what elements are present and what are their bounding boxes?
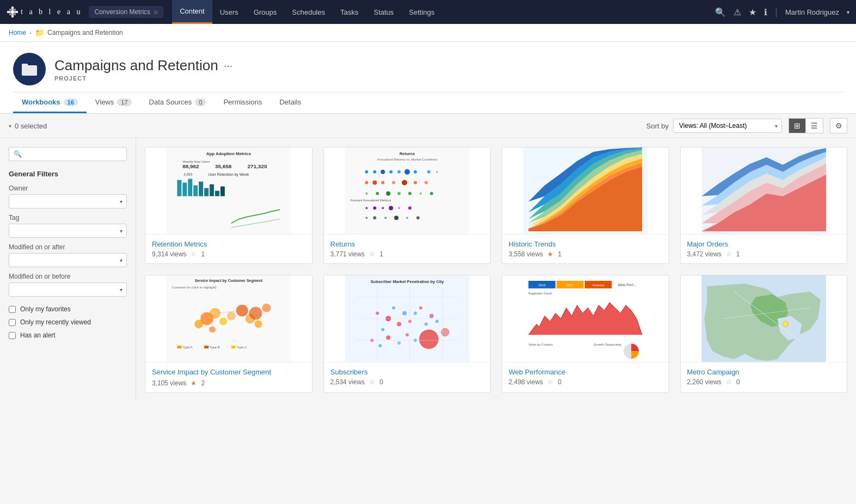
svg-point-113	[424, 322, 427, 325]
nav-content[interactable]: Content	[172, 0, 212, 24]
card-title: Service Impact by Customer Segment	[152, 368, 305, 377]
owner-select[interactable]	[9, 194, 127, 208]
modified-after-select[interactable]	[9, 253, 127, 267]
nav-tasks[interactable]: Tasks	[333, 0, 366, 24]
grid-view-button[interactable]: ⊞	[788, 118, 806, 133]
card-meta: 3,771 views ☆ 1	[331, 250, 484, 258]
tab-details[interactable]: Details	[271, 93, 310, 113]
card-thumbnail	[681, 147, 847, 235]
star-icon[interactable]: ☆	[191, 250, 197, 258]
star-icon[interactable]: ☆	[369, 250, 375, 258]
card-views: 3,105 views	[152, 379, 186, 387]
nav-users[interactable]: Users	[212, 0, 246, 24]
card-thumbnail: Returns Annualized Returns vs. Market Co…	[324, 147, 491, 235]
card-meta: 3,472 views ☆ 1	[687, 250, 841, 258]
star-count: 1	[558, 250, 561, 258]
star-icon[interactable]: ☆	[726, 378, 732, 386]
card-web-performance[interactable]: 2016 2017 America Web Perf... Pageview T…	[502, 275, 669, 393]
card-info: Returns 3,771 views ☆ 1	[324, 235, 491, 263]
tab-data-sources[interactable]: Data Sources 0	[140, 93, 215, 113]
card-returns[interactable]: Returns Annualized Returns vs. Market Co…	[323, 147, 491, 264]
card-retention-metrics[interactable]: App Adoption Metrics Weekly New Users 88…	[145, 147, 313, 264]
card-info: Web Performance 2,498 views ☆ 0	[502, 362, 669, 391]
project-title: Campaigns and Retention ···	[54, 57, 233, 74]
svg-point-48	[430, 192, 433, 195]
tag-select[interactable]	[9, 224, 127, 238]
svg-point-53	[388, 206, 393, 210]
star-icon-filled[interactable]: ★	[191, 379, 197, 387]
star-count: 1	[380, 250, 383, 258]
checkbox-favorites[interactable]: Only my favorites	[9, 305, 127, 313]
tableau-logo[interactable]: t a b l e a u	[7, 6, 82, 18]
svg-point-42	[365, 192, 368, 194]
checkbox-has-alert[interactable]: Has an alert	[9, 331, 127, 339]
modified-before-select[interactable]	[9, 282, 127, 297]
sort-select-wrap: Views: All (Most–Least) Views: All (Leas…	[673, 119, 782, 133]
tab-permissions[interactable]: Permissions	[215, 93, 271, 113]
svg-text:Type A: Type A	[182, 346, 192, 349]
modified-after-select-wrap: ▾	[9, 253, 127, 267]
modified-before-select-wrap: ▾	[9, 282, 127, 297]
svg-point-54	[398, 207, 400, 209]
star-icon[interactable]: ☆	[726, 250, 732, 258]
tableau-logo-icon	[7, 6, 19, 18]
nav-status[interactable]: Status	[366, 0, 401, 24]
svg-point-57	[373, 216, 376, 219]
user-name[interactable]: Martin Rodriguez	[785, 8, 839, 16]
alert-icon[interactable]: ⚠	[733, 7, 741, 17]
card-major-orders[interactable]: Major Orders 3,472 views ☆ 1	[680, 147, 848, 264]
general-filters: General Filters Owner ▾ Tag ▾	[9, 170, 127, 339]
sort-section: Sort by Views: All (Most–Least) Views: A…	[646, 118, 847, 133]
breadcrumb-home[interactable]: Home	[9, 29, 26, 36]
has-alert-checkbox[interactable]	[9, 332, 16, 339]
svg-point-107	[381, 328, 384, 331]
sort-select[interactable]: Views: All (Most–Least) Views: All (Leas…	[673, 119, 782, 133]
svg-point-41	[424, 181, 427, 185]
card-title: Subscribers	[331, 368, 484, 376]
svg-point-59	[394, 216, 398, 220]
card-info: Retention Metrics 9,314 views ☆ 1	[145, 235, 312, 263]
dropdown-arrow-icon[interactable]: ▾	[9, 123, 11, 129]
info-icon[interactable]: ℹ	[764, 7, 767, 17]
tag-filter: Tag ▾	[9, 214, 127, 238]
svg-point-37	[381, 181, 384, 185]
svg-point-120	[405, 333, 408, 336]
tab-views[interactable]: Views 17	[87, 93, 140, 113]
svg-rect-21	[215, 191, 219, 196]
nav-schedules[interactable]: Schedules	[284, 0, 333, 24]
star-icon[interactable]: ☆	[369, 378, 375, 386]
star-icon-filled[interactable]: ★	[547, 250, 553, 258]
card-service-impact[interactable]: Service Impact by Customer Segment Custo…	[145, 275, 313, 393]
recently-viewed-checkbox[interactable]	[9, 319, 16, 326]
workbook-pill[interactable]: Conversion Metrics ⊙	[89, 6, 163, 18]
favorites-checkbox[interactable]	[9, 306, 16, 313]
user-dropdown-icon[interactable]: ▾	[847, 9, 849, 15]
svg-text:2017: 2017	[566, 284, 574, 287]
svg-text:Forward Annualized Returns: Forward Annualized Returns	[350, 199, 391, 202]
divider: |	[775, 7, 778, 18]
svg-rect-4	[9, 9, 16, 10]
svg-text:Service Impact by Customer Seg: Service Impact by Customer Segment	[194, 279, 262, 283]
svg-text:4,695: 4,695	[184, 173, 193, 176]
search-icon[interactable]: 🔍	[715, 7, 726, 17]
svg-point-43	[376, 192, 379, 195]
list-view-button[interactable]: ☰	[806, 118, 823, 133]
nav-settings[interactable]: Settings	[401, 0, 442, 24]
card-metro-campaign[interactable]: Metro Campaign 2,260 views ☆ 0	[680, 275, 848, 393]
card-thumbnail: 2016 2017 America Web Perf... Pageview T…	[502, 275, 669, 362]
owner-label: Owner	[9, 185, 127, 192]
project-more-btn[interactable]: ···	[224, 59, 233, 72]
card-subscribers[interactable]: Subscriber Market Penetration by City	[323, 275, 491, 393]
filter-icon-button[interactable]: ⚙	[830, 118, 847, 133]
favorite-icon[interactable]: ★	[749, 7, 756, 17]
owner-filter: Owner ▾	[9, 185, 127, 208]
svg-point-150	[782, 321, 788, 327]
tab-workbooks[interactable]: Workbooks 16	[13, 93, 87, 113]
sidebar: 🔍 General Filters Owner ▾ Tag	[0, 138, 136, 402]
star-count: 0	[558, 378, 561, 386]
nav-groups[interactable]: Groups	[246, 0, 285, 24]
card-historic-trends[interactable]: Historic Trends 3,558 views ★ 1	[502, 147, 669, 264]
search-input[interactable]	[24, 150, 122, 158]
star-icon[interactable]: ☆	[547, 378, 553, 386]
checkbox-recently-viewed[interactable]: Only my recently viewed	[9, 318, 127, 326]
